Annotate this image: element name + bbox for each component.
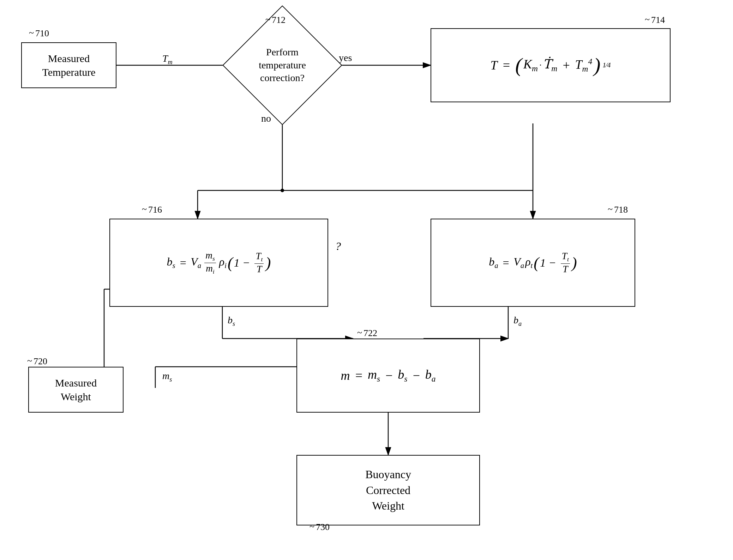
tm-arrow-label: Tm: [162, 53, 173, 66]
node-730-label: Buoyancy Corrected Weight: [365, 467, 411, 514]
ref-722: 722: [364, 328, 377, 339]
node-722: m = ms − bs − ba: [296, 339, 480, 413]
yes-label: yes: [339, 52, 352, 63]
node-712: Performtemperaturecorrection?: [240, 23, 325, 108]
ref-712: 712: [272, 15, 286, 25]
question-mark: ?: [335, 240, 341, 253]
node-716-formula: bs = Va ms mi ρi ( 1 − Tt T ): [167, 250, 271, 275]
ref-718: 718: [614, 205, 628, 215]
node-718: ba = Va ρt ( 1 − Tt T ): [431, 219, 635, 307]
node-712-label: Performtemperaturecorrection?: [259, 46, 306, 84]
ref-720: 720: [34, 356, 47, 367]
node-730: Buoyancy Corrected Weight: [296, 455, 480, 525]
bs-label: bs: [228, 315, 235, 328]
node-716: bs = Va ms mi ρi ( 1 − Tt T ): [109, 219, 328, 307]
ref-730: 730: [316, 522, 330, 532]
node-718-formula: ba = Va ρt ( 1 − Tt T ): [489, 251, 577, 274]
svg-point-8: [281, 189, 284, 192]
node-714: T = ( Km · Ṫm + Tm4 ) 1⁄4: [431, 28, 671, 102]
ref-710: 710: [35, 28, 49, 39]
node-710-label: Measured Temperature: [42, 51, 95, 79]
node-720: Measured Weight: [28, 367, 124, 413]
node-714-formula: T = ( Km · Ṫm + Tm4 ) 1⁄4: [491, 57, 611, 74]
ref-716: 716: [148, 205, 162, 215]
ms-label: ms: [162, 370, 172, 383]
no-label: no: [261, 113, 271, 124]
ref-714: 714: [651, 15, 665, 25]
node-720-label: Measured Weight: [55, 376, 97, 403]
flowchart-diagram: Measured Temperature 710 ~ Performtemper…: [0, 0, 733, 560]
ba-label: ba: [513, 315, 522, 328]
node-722-formula: m = ms − bs − ba: [341, 367, 436, 384]
node-710: Measured Temperature: [21, 42, 116, 88]
